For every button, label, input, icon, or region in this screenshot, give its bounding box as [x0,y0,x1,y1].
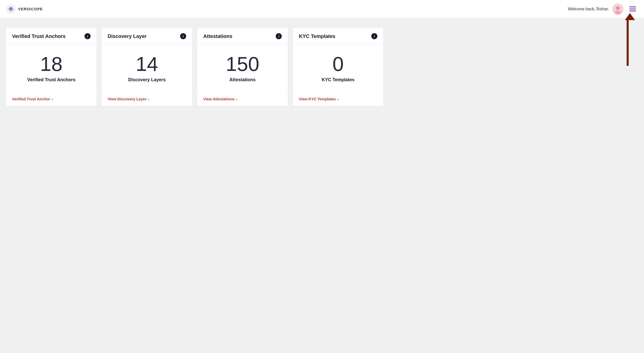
attestations-card: Attestations i 150 Attestations View Att… [197,28,288,106]
card-body-vta: 18 Verified Trust Anchors [6,44,97,93]
card-header-kyc: KYC Templates i [293,28,383,44]
card-link-kyc[interactable]: View KYC Templates › [299,97,377,101]
card-count-dl: 14 [136,54,158,74]
svg-point-5 [619,7,619,8]
card-body-dl: 14 Discovery Layers [102,44,192,93]
card-label-vta: Verified Trust Anchors [27,77,75,82]
card-count-vta: 18 [40,54,63,74]
logo-area: VERISCOPE [6,4,43,14]
card-footer-kyc: View KYC Templates › [293,93,383,106]
arrow-annotation-head [625,13,635,20]
main-content: Verified Trust Anchors i 18 Verified Tru… [0,18,644,112]
header-right: Welcome back, Rohan [568,4,638,15]
cards-grid: Verified Trust Anchors i 18 Verified Tru… [6,28,383,106]
svg-point-3 [615,11,621,15]
info-icon-dl[interactable]: i [180,33,186,39]
info-icon-att[interactable]: i [276,33,282,39]
card-count-att: 150 [226,54,259,74]
card-link-att[interactable]: View Attestations › [203,97,282,101]
card-footer-dl: View Discovery Layer › [102,93,192,106]
chevron-icon-kyc: › [337,97,339,101]
svg-point-4 [617,7,617,8]
svg-point-2 [616,6,620,10]
menu-bar-1 [629,7,636,7]
card-title-att: Attestations [203,33,232,39]
info-icon-vta[interactable]: i [85,33,91,39]
card-body-kyc: 0 KYC Templates [293,44,383,93]
card-label-att: Attestations [229,77,256,82]
menu-button[interactable] [627,5,638,13]
header: VERISCOPE Welcome back, Rohan [0,0,644,18]
card-label-kyc: KYC Templates [322,77,355,82]
discovery-layer-card: Discovery Layer i 14 Discovery Layers Vi… [102,28,192,106]
arrow-annotation-shaft [627,18,629,66]
veriscope-logo-icon [6,4,16,14]
chevron-icon-att: › [236,97,237,101]
menu-bar-3 [629,11,636,11]
card-title-dl: Discovery Layer [108,33,147,39]
card-link-dl[interactable]: View Discovery Layer › [108,97,186,101]
card-label-dl: Discovery Layers [128,77,166,82]
chevron-icon-vta: › [52,97,53,101]
logo-text: VERISCOPE [18,7,43,11]
verified-trust-anchors-card: Verified Trust Anchors i 18 Verified Tru… [6,28,97,106]
card-header-vta: Verified Trust Anchors i [6,28,97,44]
card-link-vta[interactable]: Verified Trust Anchor › [12,97,91,101]
card-count-kyc: 0 [333,54,344,74]
card-title-vta: Verified Trust Anchors [12,33,66,39]
avatar[interactable] [612,4,623,15]
kyc-templates-card: KYC Templates i 0 KYC Templates View KYC… [293,28,383,106]
card-body-att: 150 Attestations [197,44,288,93]
menu-bar-2 [629,9,636,9]
welcome-text: Welcome back, Rohan [568,7,608,11]
chevron-icon-dl: › [148,97,149,101]
card-header-att: Attestations i [197,28,288,44]
card-title-kyc: KYC Templates [299,33,335,39]
info-icon-kyc[interactable]: i [371,33,377,39]
card-footer-att: View Attestations › [197,93,288,106]
card-header-dl: Discovery Layer i [102,28,192,44]
card-footer-vta: Verified Trust Anchor › [6,93,97,106]
